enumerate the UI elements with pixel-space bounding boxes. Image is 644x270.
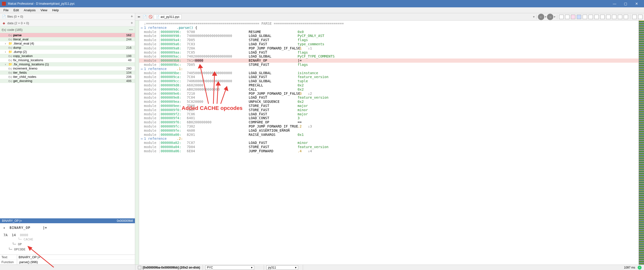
pyver-select[interactable]: py311▾ — [266, 265, 298, 270]
nav-back-button[interactable]: ← — [538, 14, 544, 20]
toolbar-icon-8[interactable] — [600, 14, 605, 20]
code-header[interactable]: f(x) code (185) — — [0, 27, 135, 33]
disasm-instr[interactable]: module|0000009a4: 7D05STORE_FASTflags — [139, 38, 638, 42]
menu-analysis[interactable]: Analysis — [21, 8, 38, 13]
code-item[interactable]: f(x)fix_missing_locations48 — [0, 58, 135, 62]
toolbar-icon-9[interactable] — [606, 14, 611, 20]
disasm-container: ;=======================================… — [135, 21, 644, 264]
disasm-instr[interactable]: module|0000009f0: 7D07STORE_FASTminor — [139, 108, 638, 112]
code-item[interactable]: f(x)get_docstring486 — [0, 79, 135, 83]
code-item[interactable]: f(x)increment_lineno280 — [0, 66, 135, 70]
pyver-value: py311 — [268, 266, 276, 269]
tab-dropdown-icon[interactable]: ▾ — [533, 15, 535, 19]
code-item[interactable]: f(x)copy_location198 — [0, 54, 135, 58]
code-list: f(x)parse162f(x)literal_eval244›📁.litera… — [0, 33, 135, 218]
nav-back-menu-icon[interactable]: ▾ — [545, 15, 546, 19]
menu-help[interactable]: Help — [50, 8, 61, 13]
disasm-instr[interactable]: module|000000996: 9700RESUME0x0 — [139, 30, 638, 34]
disasm-instr[interactable]: module|0000009aa: 7C05LOAD_FASTflags — [139, 50, 638, 55]
disasm-instr[interactable]: module|0000009fc: 7302POP_JUMP_FORWARD_I… — [139, 124, 638, 128]
disasm-instr[interactable]: module|0000009a6: 7C03LOAD_FASTtype_comm… — [139, 42, 638, 46]
status-time: 1097 ms — [624, 266, 635, 269]
disasm-instr[interactable]: module|0000009a8: 720APOP_JUMP_FORWARD_I… — [139, 46, 638, 50]
minimize-button[interactable]: — — [609, 0, 620, 7]
disasm-instr[interactable]: module|000000a00: 8201RAISE_VARARGS0x1 — [139, 133, 638, 137]
files-add-icon[interactable]: + — [131, 14, 133, 19]
selection-infobar: BINARY_OP |= 0x000009b8 — [0, 218, 135, 223]
disasm-instr[interactable]: module|0000009f4: 6401LOAD_CONST3 — [139, 116, 638, 120]
disasm-section-header[interactable]: ;=======================================… — [139, 22, 638, 26]
code-item[interactable]: f(x)iter_child_nodes206 — [0, 75, 135, 79]
disasm-instr[interactable]: module|0000009bc: 7D05STORE_FASTflags — [139, 63, 638, 67]
disasm-instr[interactable]: module|0000009b8: 7A140000BINARY_OP|= — [139, 59, 638, 63]
decomp-tree: └─ CACHE └─ OP└─ OPCODE — [8, 237, 132, 252]
toolbar-icon-14[interactable] — [638, 14, 643, 20]
disasm-ref-line[interactable]: →1 reference.2: — [139, 137, 638, 141]
toolbar-icon-12[interactable] — [623, 14, 628, 20]
maximize-button[interactable]: ▢ — [620, 0, 631, 7]
code-icon: f(x) — [2, 28, 6, 32]
disasm-instr[interactable]: module|000000a02: 7C07LOAD_FASTminor — [139, 141, 638, 145]
disasm-instr[interactable]: module|0000009ca: 7C04LOAD_FASTfeature_v… — [139, 75, 638, 79]
toolbar-icon-7[interactable] — [594, 14, 599, 20]
toolbar-icon-6[interactable] — [588, 14, 594, 20]
expand-icon[interactable]: ▸ — [4, 226, 6, 230]
disasm-instr[interactable]: module|0000009ee: 7D06STORE_FASTmajor — [139, 104, 638, 108]
minimap[interactable] — [638, 21, 644, 264]
code-item[interactable]: f(x)parse162 — [0, 33, 135, 37]
disasm-instr[interactable]: module|0000009f2: 7C06LOAD_FASTmajor — [139, 112, 638, 116]
disasm-instr[interactable]: module|0000009f6: 6B0200000000COMPARE_OP… — [139, 120, 638, 124]
disasm-instr[interactable]: module|000000a04: 7D04STORE_FASTfeature_… — [139, 145, 638, 149]
tab-back-icon[interactable]: ⬅ — [136, 14, 142, 20]
disasm-instr[interactable]: module|0000009dc: AB02000000000000CALL0x… — [139, 87, 638, 92]
view-hex-icon[interactable] — [559, 14, 564, 20]
disasm-instr[interactable]: module|0000009e6: 7210POP_JUMP_FORWARD_I… — [139, 92, 638, 96]
file-tab[interactable]: 📄 ast_py311.pyc — [154, 15, 182, 19]
view-disasm-icon[interactable] — [570, 14, 576, 20]
close-button[interactable]: ✕ — [631, 0, 642, 7]
disasm-instr[interactable]: module|0000009fe: 4A00LOAD_ASSERTION_ERR… — [139, 128, 638, 133]
filetype-select[interactable]: PYC▾ — [205, 265, 254, 270]
disasm-instr[interactable]: module|0000009ea: 5C020000UNPACK_SEQUENC… — [139, 100, 638, 104]
menu-view[interactable]: View — [38, 8, 50, 13]
decomp-hex: 7A 14 0000 — [4, 233, 132, 237]
toolbar-icon-10[interactable] — [612, 14, 617, 20]
menu-file[interactable]: File — [1, 8, 11, 13]
fold-gutter[interactable] — [135, 21, 139, 264]
toolbar-icon-13[interactable] — [632, 14, 637, 20]
code-item[interactable]: ›📁.literal_eval (4) — [0, 41, 135, 46]
tab-close-all-icon[interactable]: 🚫 — [148, 14, 153, 20]
view-struct-icon[interactable] — [564, 14, 570, 20]
data-icon: ◆ — [2, 21, 6, 25]
properties-grid: TextBINARY_OP |=Function.parse() (996) — [0, 254, 135, 264]
disasm-instr[interactable]: module|0000009cc: 7406000000000000000000… — [139, 79, 638, 83]
disasm-instr[interactable]: module|0000009e8: 7C04LOAD_FASTfeature_v… — [139, 95, 638, 100]
data-add-icon[interactable]: + — [131, 21, 133, 25]
main-area: 📄 files (0 + 0) + ◆ data (2 + 0 + 0) + f… — [0, 13, 644, 264]
code-item[interactable]: ›📁.fix_missing_locations (1) — [0, 62, 135, 66]
nav-fwd-button[interactable]: → — [547, 14, 553, 20]
code-item[interactable]: f(x)literal_eval244 — [0, 37, 135, 41]
menu-edit[interactable]: Edit — [11, 8, 21, 13]
disasm-instr[interactable]: module|000000a06: 6E04JUMP_FORWARD.4 ↓4 — [139, 149, 638, 153]
code-collapse-icon[interactable]: — — [129, 27, 133, 32]
view-gear-icon[interactable] — [576, 14, 582, 20]
decomp-arg: |= — [43, 226, 47, 230]
data-header[interactable]: ◆ data (2 + 0 + 0) + — [0, 20, 135, 27]
toolbar-icon-11[interactable] — [617, 14, 623, 20]
disasm-ref-line[interactable]: →1 reference.parse() { — [139, 26, 638, 30]
disasm-instr[interactable]: module|0000009d8: A6020000PRECALL0x2 — [139, 83, 638, 87]
toolbar-icon-5[interactable] — [582, 14, 588, 20]
disasm-instr[interactable]: module|0000009be: 7405000000000000000000… — [139, 71, 638, 75]
disasm-instr[interactable]: module|000000998: 7400000000000000000000… — [139, 34, 638, 38]
disassembly-view[interactable]: ;=======================================… — [139, 21, 638, 264]
disasm-instr[interactable]: module|0000009ac: 7402000000000000000000… — [139, 54, 638, 59]
disasm-ref-line[interactable]: →1 reference.1: — [139, 67, 638, 71]
nav-fwd-menu-icon[interactable]: ▾ — [554, 15, 556, 19]
code-item[interactable]: f(x)dump216 — [0, 46, 135, 50]
tab-new-icon[interactable]: 📄 — [142, 14, 147, 20]
code-item[interactable]: ›📁.dump (2) — [0, 50, 135, 54]
titlebar: Malcat Professional - D:\malware\pb\ast_… — [0, 0, 644, 7]
code-item[interactable]: f(x)iter_fields104 — [0, 70, 135, 75]
files-header[interactable]: 📄 files (0 + 0) + — [0, 13, 135, 20]
